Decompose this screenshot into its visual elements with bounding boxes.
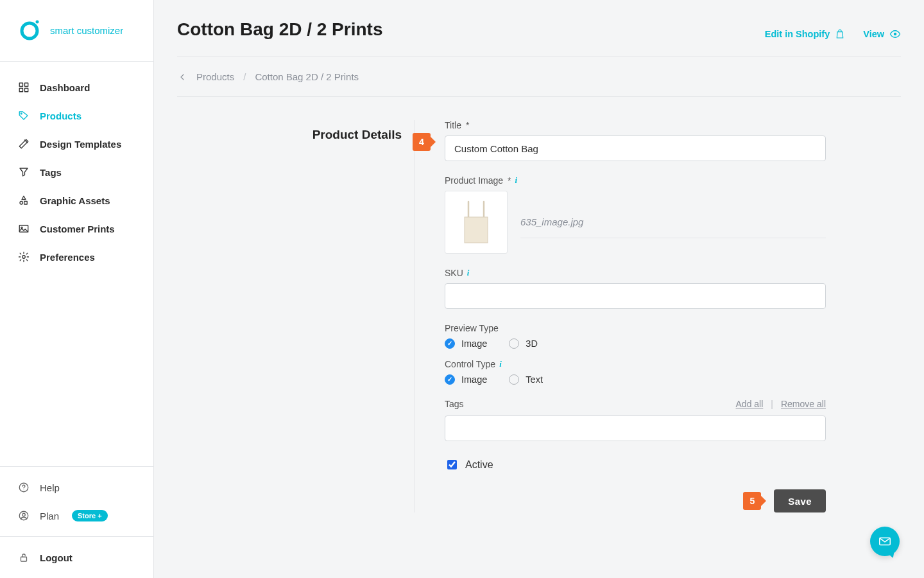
eye-icon	[889, 28, 901, 40]
form-right: 4 Title* Product Image*i 635_image.jpg	[415, 120, 826, 512]
sidebar-item-label: Design Templates	[40, 139, 121, 150]
filter-icon	[18, 166, 30, 178]
active-field: Active	[445, 458, 826, 471]
sidebar-item-design-templates[interactable]: Design Templates	[0, 130, 153, 158]
sidebar-item-customer-prints[interactable]: Customer Prints	[0, 215, 153, 243]
image-filename: 635_image.jpg	[520, 206, 826, 238]
view-link[interactable]: View	[863, 28, 901, 40]
sidebar-item-label: Plan	[40, 511, 59, 521]
grid-icon	[18, 82, 30, 93]
svg-point-15	[22, 513, 26, 516]
svg-rect-4	[19, 89, 22, 92]
image-icon	[18, 223, 30, 234]
preview-type-3d-radio[interactable]: 3D	[509, 338, 538, 349]
active-checkbox[interactable]	[447, 460, 457, 469]
sidebar-item-logout[interactable]: Logout	[0, 543, 153, 572]
sidebar-item-label: Logout	[40, 552, 73, 563]
tote-bag-icon	[455, 197, 497, 248]
info-icon[interactable]: i	[515, 175, 518, 186]
svg-point-10	[21, 227, 22, 228]
field-label: Preview Type	[445, 323, 826, 333]
sidebar-item-preferences[interactable]: Preferences	[0, 243, 153, 271]
title-input[interactable]	[445, 136, 826, 161]
save-button[interactable]: Save	[774, 489, 826, 512]
breadcrumb: Products / Cotton Bag 2D / 2 Prints	[154, 57, 924, 96]
breadcrumb-current: Cotton Bag 2D / 2 Prints	[255, 71, 359, 82]
sidebar-item-label: Tags	[40, 167, 62, 178]
shopping-bag-icon	[835, 29, 845, 39]
sidebar-item-label: Preferences	[40, 252, 95, 263]
sidebar-item-plan[interactable]: Plan Store +	[0, 502, 153, 530]
svg-point-11	[22, 256, 26, 259]
sku-field: SKUi	[445, 268, 826, 309]
chat-fab[interactable]	[870, 527, 900, 556]
edit-in-shopify-link[interactable]: Edit in Shopify	[765, 29, 846, 39]
logout-block: Logout	[0, 536, 153, 578]
brand: smart customizer	[0, 0, 153, 62]
tag-links: Add all | Remove all	[736, 399, 826, 409]
sidebar-item-label: Graphic Assets	[40, 195, 110, 206]
sidebar-item-products[interactable]: Products	[0, 101, 153, 130]
header-links: Edit in Shopify View	[765, 28, 901, 40]
product-image-field: Product Image*i 635_image.jpg	[445, 175, 826, 254]
svg-point-17	[894, 33, 897, 36]
field-label: Tags	[445, 399, 464, 409]
callout-badge-4: 4	[413, 133, 431, 151]
gear-icon	[18, 251, 30, 263]
arrow-left-icon[interactable]	[177, 72, 187, 82]
svg-point-0	[22, 23, 37, 39]
breadcrumb-separator: /	[243, 71, 246, 82]
product-image-thumbnail[interactable]	[445, 191, 508, 254]
header: Cotton Bag 2D / 2 Prints Edit in Shopify…	[154, 0, 924, 40]
svg-rect-2	[19, 83, 22, 86]
sidebar-item-help[interactable]: Help	[0, 473, 153, 502]
shapes-icon	[18, 195, 30, 206]
sidebar: smart customizer Dashboard Products Desi…	[0, 0, 154, 578]
svg-rect-3	[25, 83, 28, 86]
info-icon[interactable]: i	[467, 268, 470, 278]
svg-rect-5	[25, 89, 28, 92]
svg-rect-18	[465, 217, 488, 243]
info-icon[interactable]: i	[499, 359, 502, 369]
preview-type-field: Preview Type Image 3D	[445, 323, 826, 349]
link-label: Edit in Shopify	[765, 29, 830, 39]
sidebar-item-dashboard[interactable]: Dashboard	[0, 73, 153, 101]
active-label: Active	[465, 459, 493, 471]
tags-input[interactable]	[445, 416, 826, 441]
svg-point-7	[20, 202, 23, 205]
svg-point-13	[24, 489, 24, 490]
pencil-ruler-icon	[18, 138, 30, 150]
section-title: Product Details	[177, 128, 402, 142]
sidebar-bottom: Help Plan Store +	[0, 466, 153, 536]
control-type-image-radio[interactable]: Image	[445, 374, 487, 385]
control-type-text-radio[interactable]: Text	[509, 374, 543, 385]
save-row: 5 Save	[445, 489, 826, 512]
sidebar-item-label: Customer Prints	[40, 223, 115, 234]
field-label: Product Image*i	[445, 175, 826, 186]
field-label: SKUi	[445, 268, 826, 278]
callout-badge-5: 5	[743, 492, 761, 510]
sidebar-item-tags[interactable]: Tags	[0, 158, 153, 186]
page-title: Cotton Bag 2D / 2 Prints	[177, 19, 382, 40]
tag-icon	[18, 110, 30, 121]
preview-type-image-radio[interactable]: Image	[445, 338, 487, 349]
breadcrumb-parent[interactable]: Products	[196, 71, 234, 82]
title-field: 4 Title*	[445, 120, 826, 161]
lock-icon	[18, 552, 30, 563]
sku-input[interactable]	[445, 283, 826, 309]
svg-point-1	[36, 20, 39, 23]
mail-icon	[878, 534, 892, 548]
sidebar-item-label: Help	[40, 482, 60, 493]
logo-icon	[18, 18, 41, 44]
control-type-field: Control Typei Image Text	[445, 359, 826, 385]
add-all-link[interactable]: Add all	[736, 399, 764, 409]
help-icon	[18, 482, 30, 493]
form-left: Product Details	[177, 120, 415, 512]
main: Cotton Bag 2D / 2 Prints Edit in Shopify…	[154, 0, 924, 578]
field-label: Title*	[445, 120, 826, 130]
brand-name: smart customizer	[50, 25, 123, 36]
link-label: View	[863, 29, 884, 39]
remove-all-link[interactable]: Remove all	[781, 399, 826, 409]
form-area: Product Details 4 Title* Product Image*i	[177, 97, 901, 512]
sidebar-item-graphic-assets[interactable]: Graphic Assets	[0, 186, 153, 215]
